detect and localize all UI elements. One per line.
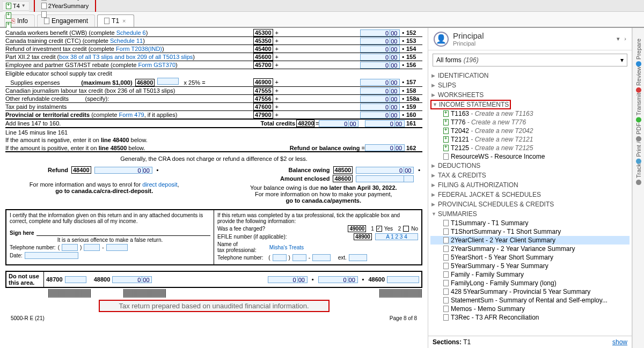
direct-deposit-link[interactable]: direct deposit	[142, 181, 177, 188]
chevron-down-icon: ▾	[620, 56, 624, 64]
close-icon[interactable]: ×	[121, 18, 127, 24]
show-link[interactable]: show	[612, 338, 627, 346]
barcode	[48, 289, 91, 298]
rail-transmit[interactable]: Transmit	[635, 93, 642, 122]
rail-review[interactable]: Review	[635, 66, 642, 93]
document-tabs: ⎘Info Engagement T1×	[0, 12, 644, 28]
doc-icon	[44, 18, 49, 24]
tab-t1[interactable]: T1×	[97, 14, 134, 27]
form-memos[interactable]: Memos - Memo Summary	[430, 305, 630, 313]
form-family[interactable]: Family - Family Summary	[430, 270, 630, 279]
form-t2121[interactable]: T2121 - Create a new T2121	[430, 135, 630, 144]
form-5yearshort[interactable]: 5YearShort - 5 Year Short Summary	[430, 253, 630, 262]
sign-here-line[interactable]	[36, 229, 210, 236]
form-resourcews[interactable]: ResourceWS - Resource Income	[430, 152, 630, 161]
form-statementsum[interactable]: StatementSum - Summary of Rental and Sel…	[430, 296, 630, 305]
eligible-educator-label: Eligible educator school supply tax cred…	[5, 70, 422, 77]
form-t1shortsummary[interactable]: T1ShortSummary - T1 Short Summary	[430, 227, 630, 236]
tax-professional-name[interactable]: Misha's Treats	[269, 245, 304, 250]
form-2yearclient[interactable]: 2YearClient - 2 Year Client Summary	[430, 236, 630, 245]
form-5yearsummary[interactable]: 5YearSummary - 5 Year Summary	[430, 262, 630, 270]
do-not-use-area: Do not use this area. 48700 48800 000 00…	[5, 271, 422, 288]
page-number: Page 8 of 8	[390, 315, 417, 321]
form-t776[interactable]: T776 - Create a new T776	[430, 118, 630, 127]
dropdown-icon[interactable]: ▾	[617, 35, 620, 42]
efile-input[interactable]: A 1 2 3 4	[375, 233, 418, 240]
certification-box: I certify that the information given on …	[5, 209, 422, 265]
category-tax-credits[interactable]: ▶TAX & CREDITS	[430, 171, 630, 180]
form-4285yearsummary[interactable]: 428 5YearSummary - Provincial 5 Year Sum…	[430, 287, 630, 296]
category-federal-jacket-schedules[interactable]: ▶FEDERAL JACKET & SCHEDULES	[430, 190, 630, 199]
next-icon[interactable]: ›	[624, 35, 626, 42]
category-identification[interactable]: ▶IDENTIFICATION	[430, 71, 630, 80]
form-id: 5000-R E (21)	[11, 315, 45, 321]
category-slips[interactable]: ▶SLIPS	[430, 80, 630, 90]
category-provincial-schedules-credits[interactable]: ▶PROVINCIAL SCHEDULES & CREDITS	[430, 199, 630, 209]
user-name: Principal	[453, 31, 484, 40]
category-income-statements[interactable]: ▼INCOME STATEMENTS	[430, 100, 511, 109]
form-t1163[interactable]: T1163 - Create a new T1163	[430, 109, 630, 118]
form-t2125[interactable]: T2125 - Create a new T2125	[430, 144, 630, 152]
rail-prepare[interactable]: Prepare	[635, 39, 642, 66]
no-checkbox[interactable]	[403, 226, 409, 232]
yes-checkbox[interactable]: ✓	[376, 226, 382, 232]
form-familylong[interactable]: FamilyLong - Family Summary (long)	[430, 279, 630, 287]
side-rail: PrepareReviewTransmitPDFPrint /Track	[632, 28, 644, 348]
category-worksheets[interactable]: ▶WORKSHEETS	[430, 90, 630, 100]
forms-panel: 👤 Principal Principal ▾ › All forms(196)…	[428, 28, 632, 348]
rail-print[interactable]: Print /	[635, 142, 642, 164]
form-t2042[interactable]: T2042 - Create a new T2042	[430, 127, 630, 135]
supplies-input[interactable]	[157, 78, 179, 85]
category-summaries[interactable]: ▼SUMMARIES	[430, 209, 630, 219]
disclaimer: Tax return prepared based on unaudited f…	[99, 300, 330, 312]
all-forms-dropdown[interactable]: All forms(196) ▾	[433, 54, 627, 66]
avatar-icon: 👤	[434, 32, 449, 47]
doc-icon	[104, 18, 109, 24]
form-t1summary[interactable]: T1Summary - T1 Summary	[430, 219, 630, 227]
category-filing-authorization[interactable]: ▶FILING & AUTHORIZATION	[430, 180, 630, 190]
rail-track[interactable]: Track	[635, 164, 642, 185]
form-viewport[interactable]: Canada workers benefit (CWB) (complete S…	[0, 28, 428, 348]
toolbar-tab-t4[interactable]: T4 ▼	[2, 1, 30, 11]
category-deductions[interactable]: ▶DEDUCTIONS	[430, 161, 630, 171]
rail-pdf[interactable]: PDF	[635, 123, 642, 142]
forms-tree[interactable]: ▶IDENTIFICATION▶SLIPS▶WORKSHEETS ▼INCOME…	[428, 70, 632, 336]
form-2yearsummary[interactable]: 2YearSummary - 2 Year Variance Summary	[430, 245, 630, 253]
summary-tab-2yearsummary[interactable]: 2YearSummary	[37, 2, 93, 10]
top-toolbar: T1 ▼T3 ▼T4 ▼T5 ▼T4 ▼ T1Summary2YearSumma…	[0, 0, 644, 12]
form-t3rec[interactable]: T3Rec - T3 AFR Reconciliation	[430, 313, 630, 322]
